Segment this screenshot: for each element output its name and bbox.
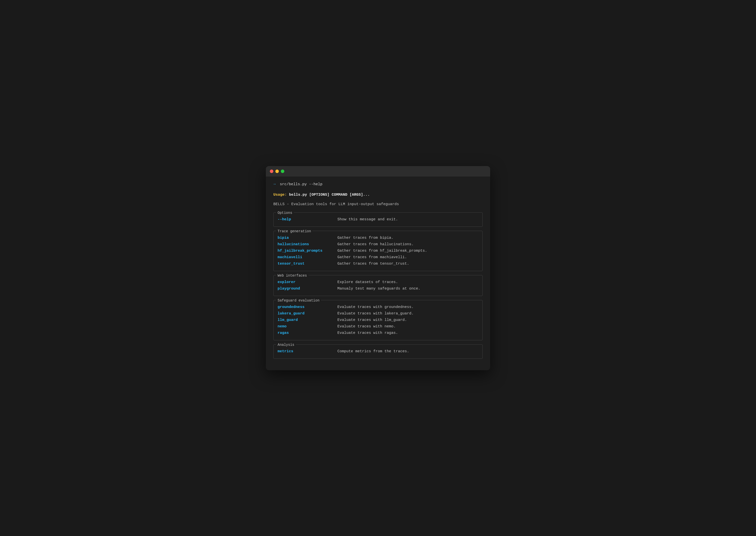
cmd-name-explorer[interactable]: explorer (277, 279, 338, 285)
section-content-2: explorerExplore datasets of traces.playg… (277, 279, 479, 292)
section-safeguard-evaluation: Safeguard evaluationgroundednessEvaluate… (273, 300, 483, 340)
app-description: BELLS - Evaluation tools for LLM input-o… (273, 201, 483, 207)
cmd-row-1-4: tensor_trustGather traces from tensor_tr… (277, 261, 479, 267)
titlebar (266, 166, 490, 177)
cmd-name-nemo[interactable]: nemo (277, 324, 338, 330)
cmd-desc-2-0: Explore datasets of traces. (338, 279, 398, 285)
cmd-name-machiavelli[interactable]: machiavelli (277, 254, 338, 260)
prompt-command: src/bells.py --help (280, 182, 322, 186)
cmd-desc-1-4: Gather traces from tensor_trust. (338, 261, 409, 267)
cmd-desc-1-0: Gather traces from bipia. (338, 235, 393, 241)
section-content-4: metricsCompute metrics from the traces. (277, 349, 479, 354)
maximize-dot[interactable] (281, 170, 284, 173)
cmd-name---help[interactable]: --help (277, 217, 338, 222)
terminal-body: → src/bells.py --help Usage: bells.py [O… (266, 177, 490, 370)
cmd-name-groundedness[interactable]: groundedness (277, 304, 338, 310)
sections-container: Options--helpShow this message and exit.… (273, 212, 483, 359)
cmd-row-4-0: metricsCompute metrics from the traces. (277, 349, 479, 354)
cmd-name-hf_jailbreak_prompts[interactable]: hf_jailbreak_prompts (277, 248, 338, 254)
cmd-row-0-0: --helpShow this message and exit. (277, 217, 479, 222)
cmd-name-metrics[interactable]: metrics (277, 349, 338, 354)
usage-line: Usage: bells.py [OPTIONS] COMMAND [ARGS]… (273, 192, 483, 198)
cmd-row-3-4: ragasEvaluate traces with ragas. (277, 330, 479, 336)
cmd-desc-1-3: Gather traces from machiavelli. (338, 254, 407, 260)
prompt-arrow-icon: → (273, 182, 275, 186)
cmd-desc-3-4: Evaluate traces with ragas. (338, 330, 398, 336)
cmd-desc-1-1: Gather traces from hallucinations. (338, 242, 414, 248)
cmd-desc-3-3: Evaluate traces with nemo. (338, 324, 396, 330)
section-title-2: Web interfaces (276, 273, 308, 278)
prompt-line: → src/bells.py --help (273, 182, 483, 187)
cmd-name-hallucinations[interactable]: hallucinations (277, 242, 338, 248)
section-title-1: Trace generation (276, 228, 312, 234)
section-content-1: bipiaGather traces from bipia.hallucinat… (277, 235, 479, 267)
cmd-desc-3-1: Evaluate traces with lakera_guard. (338, 311, 414, 317)
section-title-3: Safeguard evaluation (276, 298, 321, 303)
cmd-row-3-1: lakera_guardEvaluate traces with lakera_… (277, 311, 479, 317)
section-title-4: Analysis (276, 342, 296, 348)
cmd-row-3-3: nemoEvaluate traces with nemo. (277, 324, 479, 330)
section-options: Options--helpShow this message and exit. (273, 212, 483, 227)
cmd-name-lakera_guard[interactable]: lakera_guard (277, 311, 338, 317)
cmd-desc-0-0: Show this message and exit. (338, 217, 398, 222)
usage-label: Usage: (273, 193, 287, 197)
cmd-desc-4-0: Compute metrics from the traces. (338, 349, 409, 354)
section-content-0: --helpShow this message and exit. (277, 217, 479, 222)
cmd-row-1-3: machiavelliGather traces from machiavell… (277, 254, 479, 260)
cmd-row-1-0: bipiaGather traces from bipia. (277, 235, 479, 241)
cmd-name-llm_guard[interactable]: llm_guard (277, 317, 338, 323)
terminal-window: → src/bells.py --help Usage: bells.py [O… (266, 166, 490, 370)
cmd-desc-3-0: Evaluate traces with groundedness. (338, 304, 414, 310)
section-analysis: AnalysismetricsCompute metrics from the … (273, 344, 483, 359)
cmd-desc-1-2: Gather traces from hf_jailbreak_prompts. (338, 248, 427, 254)
cmd-desc-3-2: Evaluate traces with llm_guard. (338, 317, 407, 323)
cmd-name-tensor_trust[interactable]: tensor_trust (277, 261, 338, 267)
cmd-name-bipia[interactable]: bipia (277, 235, 338, 241)
section-title-0: Options (276, 210, 294, 216)
cmd-name-ragas[interactable]: ragas (277, 330, 338, 336)
cmd-row-3-2: llm_guardEvaluate traces with llm_guard. (277, 317, 479, 323)
usage-command: bells.py [OPTIONS] COMMAND [ARGS]... (289, 193, 370, 197)
cmd-row-1-1: hallucinationsGather traces from halluci… (277, 242, 479, 248)
cmd-row-1-2: hf_jailbreak_promptsGather traces from h… (277, 248, 479, 254)
cmd-row-3-0: groundednessEvaluate traces with grounde… (277, 304, 479, 310)
cmd-name-playground[interactable]: playground (277, 286, 338, 292)
section-trace-generation: Trace generationbipiaGather traces from … (273, 231, 483, 271)
cmd-row-2-1: playgroundManualy test many safeguards a… (277, 286, 479, 292)
section-content-3: groundednessEvaluate traces with grounde… (277, 304, 479, 336)
section-web-interfaces: Web interfacesexplorerExplore datasets o… (273, 275, 483, 296)
close-dot[interactable] (270, 170, 273, 173)
minimize-dot[interactable] (275, 170, 279, 173)
cmd-row-2-0: explorerExplore datasets of traces. (277, 279, 479, 285)
cmd-desc-2-1: Manualy test many safeguards at once. (338, 286, 420, 292)
